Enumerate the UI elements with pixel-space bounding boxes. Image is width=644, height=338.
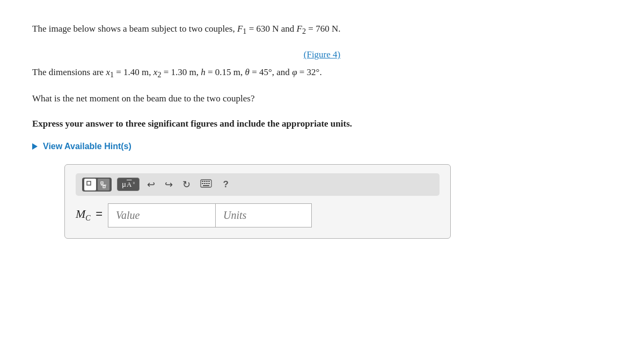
input-row: MC =: [76, 203, 440, 227]
figure-link[interactable]: (Figure 4): [304, 49, 340, 60]
help-button[interactable]: ?: [219, 178, 231, 191]
hint-line[interactable]: View Available Hint(s): [32, 142, 612, 151]
square-icon: [84, 179, 96, 190]
hint-triangle-icon: [32, 143, 38, 150]
problem-statement-line1: The image below shows a beam subject to …: [32, 21, 612, 38]
f2-var: F2: [297, 24, 306, 34]
mu-a-button[interactable]: μA°: [117, 178, 140, 191]
page-container: The image below shows a beam subject to …: [0, 0, 644, 338]
mc-label: MC =: [76, 207, 103, 223]
answer-box: μA° ↩ ↪ ↻: [64, 164, 451, 239]
line1-text: The image below shows a beam subject to …: [32, 24, 235, 34]
svg-rect-1: [101, 182, 103, 184]
svg-rect-0: [87, 181, 91, 185]
svg-rect-13: [203, 185, 209, 186]
svg-rect-10: [204, 183, 206, 184]
keyboard-button[interactable]: [198, 178, 214, 191]
dimensions-line: The dimensions are x1 = 1.40 m, x2 = 1.3…: [32, 65, 612, 81]
svg-rect-9: [202, 183, 203, 184]
undo-button[interactable]: ↩: [145, 178, 157, 192]
reset-button[interactable]: ↻: [180, 178, 193, 192]
svg-rect-6: [204, 181, 206, 182]
fraction-icon: [98, 179, 109, 190]
question-line: What is the net moment on the beam due t…: [32, 91, 612, 107]
redo-button[interactable]: ↪: [163, 178, 175, 192]
svg-rect-7: [206, 181, 208, 182]
svg-rect-8: [208, 181, 210, 182]
line1-eq1: = 630 N and: [249, 24, 295, 34]
toolbar: μA° ↩ ↪ ↻: [76, 173, 440, 196]
units-input[interactable]: [215, 203, 312, 227]
line1-eq2: = 760 N.: [308, 24, 340, 34]
svg-rect-12: [208, 183, 210, 184]
icon-group: [82, 178, 112, 192]
f1-var: F1: [237, 24, 246, 34]
express-answer-line: Express your answer to three significant…: [32, 116, 612, 132]
svg-rect-5: [202, 181, 203, 182]
svg-rect-11: [206, 183, 208, 184]
hint-label[interactable]: View Available Hint(s): [43, 142, 131, 151]
svg-rect-3: [103, 186, 105, 188]
value-input[interactable]: [108, 203, 215, 227]
